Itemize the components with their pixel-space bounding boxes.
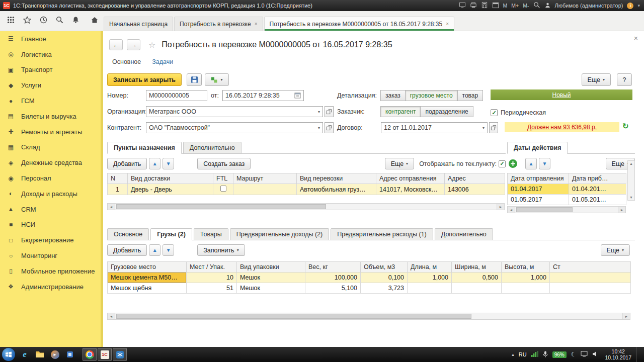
customer-option-kontragent[interactable]: контрагент [380, 106, 421, 117]
sidebar-item-transport[interactable]: ▣Транспорт [0, 62, 103, 78]
col-length[interactable]: Длина, м [408, 262, 452, 273]
scroll-thumb[interactable] [116, 314, 471, 319]
memory-m-minus-button[interactable]: М- [523, 3, 529, 9]
sidebar-item-uslugi[interactable]: ◆Услуги [0, 77, 103, 93]
more-button-destinations[interactable]: Еще▾ [385, 158, 414, 169]
chevron-down-icon[interactable]: ▾ [316, 110, 320, 114]
cell-transport-kind[interactable]: Автомобильная груз… [297, 184, 376, 195]
move-down-button[interactable]: ▼ [163, 244, 174, 256]
scroll-thumb[interactable] [516, 207, 573, 212]
help-button[interactable]: ? [617, 73, 632, 86]
col-n[interactable]: N [108, 173, 128, 184]
battery-indicator[interactable]: 96% [552, 351, 567, 358]
scroll-left-icon[interactable]: ◄ [108, 204, 115, 210]
cell-route[interactable] [233, 184, 297, 195]
date-field[interactable]: 16.05.2017 9:28:35 [222, 90, 304, 101]
scroll-right-icon[interactable]: ► [497, 204, 504, 210]
table-row[interactable]: 01.04.2017 01.04.201… [508, 184, 626, 195]
cell-addr-from[interactable]: 141017, Московск… [376, 184, 445, 195]
sidebar-item-bilety[interactable]: ▤Билеты и выручка [0, 109, 103, 124]
more-button-top[interactable]: Еще▾ [582, 73, 611, 86]
sidebar-item-sklad[interactable]: ▦Склад [0, 140, 103, 155]
col-height[interactable]: Высота, м [502, 262, 550, 273]
cell-height[interactable]: 1,000 [502, 273, 550, 283]
clock[interactable]: 10:42 10.10.2017 [603, 348, 631, 360]
col-transport-kind[interactable]: Вид перевозки [297, 173, 376, 184]
scroll-right-icon[interactable]: ► [622, 313, 630, 319]
tab-daty-deystviya[interactable]: Даты действия [507, 142, 568, 154]
scroll-right-icon[interactable]: ► [618, 207, 625, 213]
sidebar-item-dohody[interactable]: ◐Доходы и расходы [0, 186, 103, 202]
network-icon[interactable] [581, 351, 588, 358]
col-pack-kind[interactable]: Вид упаковки [237, 262, 305, 273]
sidebar-item-monitoring[interactable]: ○Мониторинг [0, 248, 103, 263]
sidebar-item-nsi[interactable]: ■НСИ [0, 217, 103, 233]
add-cargo-button[interactable]: Добавить [107, 244, 147, 256]
favorites-star-icon[interactable] [23, 16, 31, 26]
chevron-down-icon[interactable]: ▾ [637, 3, 640, 8]
apps-grid-icon[interactable] [7, 16, 15, 26]
tab-close-icon[interactable]: × [446, 21, 449, 27]
tab-cargo-osnovnoe[interactable]: Основное [107, 228, 149, 240]
tab-transport-need-doc[interactable]: Потребность в перевозке М0000000005 от 1… [264, 17, 454, 31]
scroll-left-icon[interactable]: ◄ [108, 313, 115, 319]
cell-cargo-place[interactable]: Мешок щебня [108, 283, 187, 294]
cell-pack[interactable]: Мешок [237, 283, 305, 294]
save-button[interactable] [187, 73, 202, 86]
cell-st[interactable] [550, 273, 631, 283]
create-based-on-button[interactable]: ▾ [205, 73, 229, 86]
cell-length[interactable] [408, 283, 452, 294]
cell-addr-to[interactable]: 143006 [445, 184, 505, 195]
col-st[interactable]: Ст [550, 262, 631, 273]
col-qty[interactable]: Мест / Упак. [187, 262, 237, 273]
cell-depart[interactable]: 01.05.2017 [508, 195, 569, 205]
move-up-button[interactable]: ▲ [525, 158, 537, 169]
taskbar-app-chrome[interactable] [83, 348, 97, 361]
history-clock-icon[interactable] [40, 16, 47, 26]
col-volume[interactable]: Объем, м3 [361, 262, 408, 273]
cell-width[interactable] [452, 283, 502, 294]
move-down-button[interactable]: ▼ [539, 158, 550, 169]
sidebar-item-byudzhet[interactable]: □Бюджетирование [0, 232, 103, 248]
sidebar-item-gsm[interactable]: ●ГСМ [0, 93, 103, 109]
start-button[interactable] [2, 348, 15, 361]
taskbar-app-explorer[interactable] [33, 348, 47, 361]
col-width[interactable]: Ширина, м [452, 262, 502, 273]
cell-cargo-place[interactable]: Мешок цемента М50… [108, 273, 187, 283]
detail-option-tovar[interactable]: товар [457, 90, 484, 101]
table-row[interactable]: 01.05.2017 01.05.201… [508, 195, 626, 205]
tab-punkty-naznacheniya[interactable]: Пункты назначения [107, 142, 182, 154]
scroll-thumb[interactable] [116, 204, 326, 209]
cell-qty[interactable]: 10 [187, 273, 237, 283]
tab-close-icon[interactable]: × [255, 21, 258, 27]
contractor-field[interactable]: ОАО "Главмосстрой" ▾ [146, 122, 323, 133]
col-arrive-date[interactable]: Дата приб… [569, 173, 626, 184]
organization-field[interactable]: Мегатранс ООО ▾ [146, 106, 323, 117]
sidebar-item-crm[interactable]: ▲CRM [0, 202, 103, 217]
printer-icon[interactable] [470, 2, 477, 10]
table-row[interactable]: Мешок цемента М50… 10 Мешок 100,000 0,10… [108, 273, 631, 283]
cell-arrive[interactable]: 01.04.201… [569, 184, 626, 195]
cell-arrive[interactable]: 01.05.201… [569, 195, 626, 205]
table-row[interactable]: 1 Дверь - Дверь Автомобильная груз… 1410… [108, 184, 505, 195]
add-destination-button[interactable]: Добавить [107, 158, 147, 169]
volume-icon[interactable] [592, 351, 598, 358]
destinations-hscrollbar[interactable]: ◄ ► [107, 203, 505, 210]
col-addr-from[interactable]: Адрес отправления [376, 173, 445, 184]
cell-volume[interactable]: 3,723 [361, 283, 408, 294]
tab-tovary[interactable]: Товары [194, 228, 228, 240]
number-field[interactable]: М0000000005 [146, 90, 207, 101]
scroll-up-icon[interactable]: ▲ [629, 161, 633, 166]
detail-option-zakaz[interactable]: заказ [380, 90, 406, 101]
search-icon[interactable] [56, 16, 63, 26]
calendar-icon[interactable] [292, 92, 301, 100]
customer-option-podrazdelenie[interactable]: подразделение [420, 106, 473, 117]
notifications-bell-icon[interactable] [72, 16, 79, 26]
tab-pred-dohody[interactable]: Предварительные доходы (2) [230, 228, 329, 240]
tray-expand-icon[interactable]: ▴ [512, 352, 514, 357]
cell-n[interactable]: 1 [108, 184, 128, 195]
signal-bars-icon[interactable] [531, 351, 538, 358]
info-icon[interactable]: i [627, 3, 633, 9]
taskbar-app-ie[interactable]: e [18, 348, 32, 361]
cell-st[interactable] [550, 283, 631, 294]
